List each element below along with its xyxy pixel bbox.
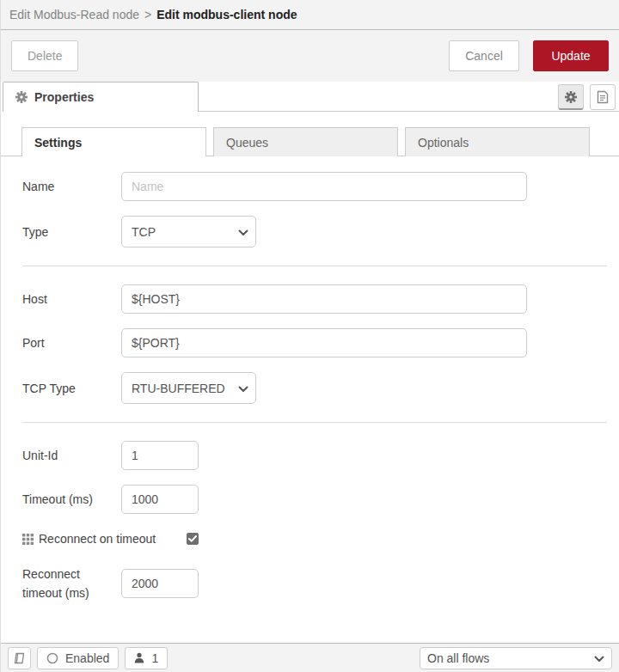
- config-tabs: Settings Queues Optionals: [1, 127, 619, 156]
- type-row: Type TCP: [22, 216, 602, 247]
- gear-icon: [565, 91, 577, 103]
- settings-form: Name Type TCP Host Port TCP Type: [1, 156, 619, 602]
- unit-id-row: Unit-Id: [22, 441, 602, 470]
- name-input[interactable]: [121, 172, 527, 201]
- book-icon: [13, 652, 26, 664]
- unit-id-input[interactable]: [121, 441, 199, 470]
- reconnect-timeout-input[interactable]: [121, 569, 199, 598]
- scope-select[interactable]: On all flows: [420, 647, 612, 669]
- unit-id-label: Unit-Id: [22, 449, 121, 462]
- port-input[interactable]: [121, 328, 527, 357]
- reconnect-on-timeout-row: Reconnect on timeout: [22, 532, 602, 546]
- document-icon: [597, 90, 609, 104]
- person-icon: [134, 652, 144, 663]
- tab-row-underline: [199, 111, 619, 112]
- host-label: Host: [22, 292, 121, 306]
- port-row: Port: [22, 328, 602, 357]
- type-label: Type: [22, 225, 121, 239]
- gear-icon: [15, 91, 28, 103]
- timeout-row: Timeout (ms): [22, 485, 602, 514]
- edit-node-dialog: Edit Modbus-Read node > Edit modbus-clie…: [0, 0, 619, 672]
- tab-queues-label: Queues: [226, 136, 268, 150]
- timeout-input[interactable]: [121, 485, 199, 514]
- editor-view-buttons: [558, 84, 616, 110]
- reconnect-on-timeout-label: Reconnect on timeout: [39, 532, 156, 546]
- host-input[interactable]: [121, 284, 527, 314]
- breadcrumb: Edit Modbus-Read node > Edit modbus-clie…: [1, 0, 619, 30]
- reconnect-timeout-label: Reconnect timeout (ms): [22, 565, 121, 602]
- breadcrumb-separator: >: [144, 8, 151, 21]
- cancel-button[interactable]: Cancel: [449, 40, 519, 71]
- checkmark-icon: [188, 535, 197, 542]
- timeout-label: Timeout (ms): [22, 492, 121, 506]
- node-help-button[interactable]: [8, 647, 31, 669]
- tab-queues[interactable]: Queues: [213, 127, 398, 156]
- tcp-type-label: TCP Type: [22, 382, 121, 395]
- host-row: Host: [22, 284, 602, 314]
- breadcrumb-current: Edit modbus-client node: [156, 8, 297, 21]
- dialog-toolbar: Delete Cancel Update: [1, 30, 619, 82]
- port-label: Port: [22, 336, 121, 350]
- section-divider: [22, 422, 607, 423]
- delete-button[interactable]: Delete: [11, 40, 78, 71]
- instance-count: 1: [151, 651, 158, 665]
- section-divider: [22, 266, 607, 266]
- breadcrumb-parent[interactable]: Edit Modbus-Read node: [9, 8, 139, 21]
- properties-tab-row: Properties: [1, 82, 619, 112]
- tab-settings[interactable]: Settings: [21, 127, 206, 156]
- status-circle-icon: [46, 652, 58, 664]
- reconnect-timeout-row: Reconnect timeout (ms): [22, 565, 602, 602]
- tcp-type-select[interactable]: RTU-BUFFERED: [121, 372, 256, 404]
- name-row: Name: [22, 172, 602, 201]
- tab-optionals-label: Optionals: [418, 136, 469, 150]
- node-instances-button[interactable]: 1: [125, 647, 168, 669]
- tcp-type-row: TCP Type RTU-BUFFERED: [22, 372, 602, 404]
- dialog-footer: Enabled 1 On all flows: [1, 643, 619, 672]
- tab-optionals[interactable]: Optionals: [405, 127, 590, 156]
- edit-description-view-button[interactable]: [590, 84, 616, 110]
- edit-properties-view-button[interactable]: [558, 84, 584, 110]
- tab-properties[interactable]: Properties: [3, 82, 199, 112]
- update-button[interactable]: Update: [533, 40, 609, 71]
- name-label: Name: [22, 180, 121, 193]
- grid-icon: [22, 534, 34, 545]
- enabled-label: Enabled: [65, 651, 109, 665]
- node-enabled-toggle[interactable]: Enabled: [37, 647, 119, 669]
- type-select[interactable]: TCP: [121, 216, 256, 247]
- tab-properties-label: Properties: [34, 90, 94, 104]
- reconnect-on-timeout-checkbox[interactable]: [187, 533, 199, 545]
- tab-settings-label: Settings: [34, 136, 82, 150]
